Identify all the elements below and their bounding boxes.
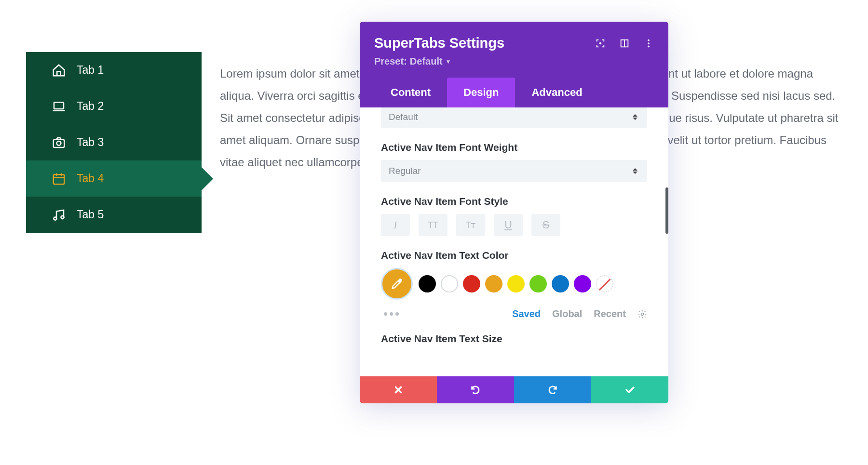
style-toggle-underline[interactable]: U	[494, 214, 523, 236]
svg-point-2	[57, 141, 61, 145]
style-toggle-strikethrough[interactable]: S	[531, 214, 560, 236]
font-weight-select[interactable]: Regular	[381, 160, 647, 182]
color-swatch-blue[interactable]	[552, 275, 569, 292]
font-style-label: Active Nav Item Font Style	[381, 196, 647, 207]
sidebar-item-label: Tab 1	[77, 64, 104, 77]
color-swatch-white[interactable]	[441, 275, 458, 292]
color-swatch-none[interactable]	[596, 275, 613, 292]
style-toggle-small-caps[interactable]: Tᴛ	[456, 214, 485, 236]
preset-dropdown[interactable]: Preset: Default ▼	[374, 56, 654, 67]
sidebar-item-label: Tab 3	[77, 136, 104, 149]
undo-button[interactable]	[437, 376, 514, 403]
color-swatch-green[interactable]	[529, 275, 547, 292]
color-swatch-red[interactable]	[463, 275, 480, 292]
save-button[interactable]	[591, 376, 668, 403]
laptop-icon	[51, 99, 67, 114]
sidebar-item-tab3[interactable]: Tab 3	[26, 124, 202, 160]
sidebar-item-label: Tab 5	[77, 208, 104, 221]
camera-icon	[51, 135, 67, 150]
modal-body: Default Active Nav Item Font Weight Regu…	[360, 107, 668, 376]
sidebar: Tab 1 Tab 2 Tab 3 Tab 4 Tab 5	[26, 52, 202, 233]
font-select-value: Default	[389, 112, 418, 122]
focus-icon[interactable]	[595, 38, 606, 49]
preset-label: Preset:	[374, 56, 407, 67]
style-toggle-italic[interactable]: I	[381, 214, 410, 236]
music-icon	[51, 207, 67, 223]
text-color-label: Active Nav Item Text Color	[381, 250, 647, 261]
tab-design[interactable]: Design	[447, 78, 515, 107]
panel-icon[interactable]	[619, 38, 630, 49]
palette-tab-saved[interactable]: Saved	[512, 308, 541, 319]
sidebar-item-tab2[interactable]: Tab 2	[26, 88, 202, 124]
svg-point-10	[648, 45, 650, 47]
home-icon	[51, 63, 67, 78]
supertabs-settings-modal: SuperTabs Settings Preset: Default ▼ Con…	[360, 22, 668, 403]
sidebar-item-tab1[interactable]: Tab 1	[26, 52, 202, 88]
sidebar-item-tab5[interactable]: Tab 5	[26, 197, 202, 233]
modal-title: SuperTabs Settings	[374, 35, 504, 51]
eyedropper-button[interactable]	[381, 268, 413, 300]
gear-icon[interactable]	[637, 309, 647, 319]
sidebar-item-label: Tab 2	[77, 100, 104, 113]
sidebar-item-tab4[interactable]: Tab 4	[26, 160, 202, 197]
svg-rect-3	[54, 174, 65, 184]
text-size-label: Active Nav Item Text Size	[381, 333, 647, 345]
more-icon[interactable]	[643, 38, 654, 49]
sidebar-item-label: Tab 4	[77, 172, 104, 185]
style-toggle-uppercase[interactable]: TT	[419, 214, 448, 236]
color-swatch-purple[interactable]	[574, 275, 591, 292]
redo-button[interactable]	[514, 376, 591, 403]
font-weight-label: Active Nav Item Font Weight	[381, 142, 647, 153]
chevron-down-icon: ▼	[446, 58, 451, 65]
font-weight-value: Regular	[389, 166, 421, 176]
tab-content[interactable]: Content	[374, 78, 447, 107]
more-dots-icon[interactable]	[384, 312, 399, 316]
svg-rect-0	[54, 102, 64, 109]
scrollbar-thumb[interactable]	[665, 187, 668, 234]
color-swatch-black[interactable]	[419, 275, 436, 292]
font-style-toggles: I TT Tᴛ U S	[381, 214, 647, 236]
select-caret-icon	[633, 168, 639, 174]
svg-point-6	[600, 42, 601, 44]
preset-value: Default	[410, 56, 443, 67]
tab-advanced[interactable]: Advanced	[515, 78, 598, 107]
color-swatch-orange[interactable]	[485, 275, 502, 292]
font-select[interactable]: Default	[381, 107, 647, 128]
svg-point-8	[648, 39, 650, 41]
color-swatch-yellow[interactable]	[507, 275, 525, 292]
svg-point-5	[61, 215, 64, 218]
svg-point-11	[641, 313, 644, 315]
modal-footer	[360, 376, 668, 403]
palette-tab-recent[interactable]: Recent	[594, 308, 626, 319]
select-caret-icon	[633, 114, 639, 120]
calendar-icon	[51, 171, 67, 186]
modal-header: SuperTabs Settings Preset: Default ▼ Con…	[360, 22, 668, 107]
cancel-button[interactable]	[360, 376, 437, 403]
palette-tab-global[interactable]: Global	[552, 308, 582, 319]
svg-point-9	[648, 42, 650, 44]
svg-point-4	[54, 217, 56, 220]
